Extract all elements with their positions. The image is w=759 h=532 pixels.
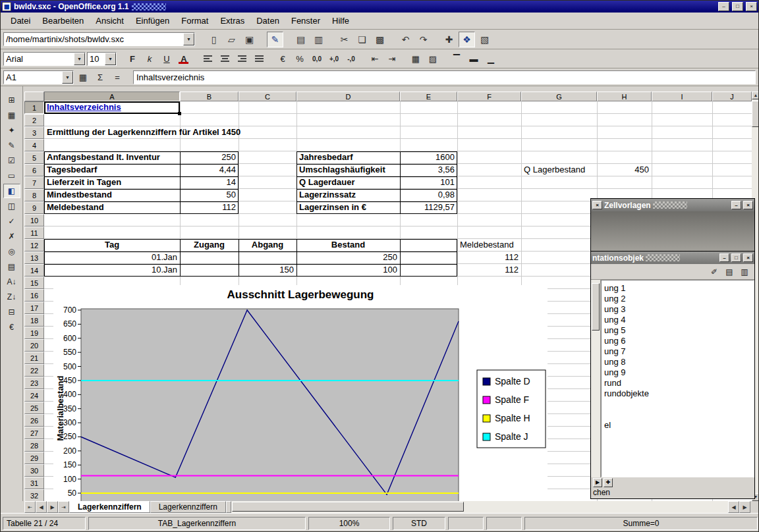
tab-splitter[interactable]: [226, 501, 231, 513]
row-header-5[interactable]: 5: [24, 151, 44, 164]
row-header-6[interactable]: 6: [24, 164, 44, 176]
row-header-15[interactable]: 15: [24, 277, 44, 289]
cell-F12[interactable]: Meldebestand: [457, 239, 521, 252]
cell-styles-titlebar[interactable]: × Zellvorlagen – ×: [591, 199, 754, 211]
menu-item-format[interactable]: Format: [175, 14, 214, 28]
row-header-24[interactable]: 24: [24, 389, 44, 402]
cut-icon[interactable]: ✂: [336, 32, 352, 47]
row-header-9[interactable]: 9: [24, 201, 44, 214]
row-header-28[interactable]: 28: [24, 439, 44, 452]
presentation-styles-titlebar[interactable]: ntationsobjek – □ ×: [591, 252, 754, 264]
sheet-tab-active[interactable]: Lagerkennziffern: [69, 501, 150, 513]
style-list-item[interactable]: ung 2: [604, 294, 754, 304]
bold-button[interactable]: F: [125, 51, 140, 66]
undo-icon[interactable]: ↶: [397, 32, 414, 47]
style-list-item[interactable]: ung 4: [604, 315, 754, 325]
number-format-standard-button[interactable]: 0,0: [309, 51, 325, 66]
delete-decimal-button[interactable]: -,0: [343, 51, 359, 66]
style-list-item[interactable]: rund: [604, 378, 754, 388]
font-size-dropdown[interactable]: ▼: [105, 53, 116, 65]
horizontal-scrollbar-thumb[interactable]: [232, 502, 464, 512]
column-header-J[interactable]: J: [712, 92, 752, 101]
scroll-up-icon[interactable]: ▲: [752, 92, 759, 99]
row-header-22[interactable]: 22: [24, 364, 44, 377]
fill-mode-icon[interactable]: ✐: [708, 265, 721, 278]
cell-reference-dropdown[interactable]: ▼: [62, 71, 73, 84]
menu-item-hilfe[interactable]: Hilfe: [326, 14, 355, 28]
spellcheck-icon[interactable]: ✓: [3, 214, 20, 228]
column-header-D[interactable]: D: [296, 92, 400, 101]
row-header-18[interactable]: 18: [24, 314, 44, 327]
style-list-item[interactable]: rundobjekte: [604, 388, 754, 399]
embedded-chart[interactable]: 7006506005505004504003503002502001501005…: [53, 285, 548, 501]
increase-indent-button[interactable]: ⇥: [384, 51, 400, 66]
form-controls-icon[interactable]: ☑: [3, 153, 20, 168]
previous-sheet-button[interactable]: ◀: [36, 501, 47, 513]
row-header-3[interactable]: 3: [24, 126, 44, 139]
status-sheet-name[interactable]: TAB_Lagerkennziffern: [88, 517, 306, 530]
row-header-10[interactable]: 10: [24, 214, 44, 226]
italic-button[interactable]: k: [142, 51, 157, 66]
paste-icon[interactable]: ▩: [372, 32, 388, 47]
row-header-1[interactable]: 1: [24, 101, 44, 114]
presentation-styles-window[interactable]: ntationsobjek – □ × ✐ ▤ ▥ ung 1ung 2ung …: [590, 251, 755, 499]
style-list-item[interactable]: ung 5: [604, 325, 754, 336]
number-format-currency-button[interactable]: €: [275, 51, 291, 66]
close-button[interactable]: ×: [746, 2, 757, 11]
function-button[interactable]: =: [109, 70, 125, 84]
new-document-icon[interactable]: ▯: [206, 32, 222, 47]
move-icon[interactable]: ✚: [604, 478, 613, 487]
column-header-I[interactable]: I: [652, 92, 712, 101]
find-replace-icon[interactable]: ◎: [3, 244, 20, 259]
column-header-E[interactable]: E: [400, 92, 457, 101]
styles-scrollbar[interactable]: [591, 280, 601, 477]
row-header-30[interactable]: 30: [24, 464, 44, 477]
sort-descending-icon[interactable]: Z↓: [3, 290, 20, 304]
menu-item-bearbeiten[interactable]: Bearbeiten: [36, 14, 90, 28]
row-header-25[interactable]: 25: [24, 402, 44, 414]
vertical-scrollbar-thumb[interactable]: [752, 101, 759, 127]
close-icon[interactable]: ×: [592, 201, 602, 209]
row-header-2[interactable]: 2: [24, 114, 44, 126]
style-list-item[interactable]: ung 1: [604, 283, 754, 294]
data-sources-icon[interactable]: ▤: [3, 259, 20, 274]
cell-F13[interactable]: 112: [457, 252, 521, 264]
font-color-button[interactable]: A: [176, 51, 192, 66]
sum-button[interactable]: Σ: [92, 70, 108, 84]
row-header-29[interactable]: 29: [24, 452, 44, 464]
gallery-icon[interactable]: ▧: [476, 32, 493, 47]
scroll-left-icon[interactable]: ◀: [728, 501, 739, 513]
align-center-button[interactable]: [217, 51, 233, 66]
autoformat-icon[interactable]: ▭: [3, 169, 20, 183]
titlebar[interactable]: ▦ bwldv.sxc - OpenOffice.org 1.1 – □ ×: [1, 1, 758, 13]
minimize-icon[interactable]: –: [731, 201, 741, 209]
menu-item-extras[interactable]: Extras: [214, 14, 250, 28]
formula-input[interactable]: [133, 70, 756, 84]
style-list-item[interactable]: ung 8: [604, 357, 754, 367]
stylist-icon[interactable]: ❖: [459, 32, 475, 47]
row-header-23[interactable]: 23: [24, 377, 44, 389]
show-draw-functions-icon[interactable]: ◧: [3, 184, 20, 198]
row-header-20[interactable]: 20: [24, 339, 44, 352]
font-name-input[interactable]: [4, 53, 74, 65]
status-zoom[interactable]: 100%: [308, 517, 390, 530]
navigator-icon[interactable]: ✚: [441, 32, 457, 47]
close-icon[interactable]: ×: [743, 253, 753, 262]
document-url-input[interactable]: [4, 34, 183, 45]
styles-scrollbar-thumb[interactable]: [592, 283, 600, 331]
update-style-icon[interactable]: ▥: [738, 265, 751, 278]
edit-file-icon[interactable]: ✎: [267, 32, 283, 47]
minimize-icon[interactable]: –: [719, 253, 729, 262]
align-bottom-button[interactable]: ▁: [483, 51, 499, 66]
row-header-17[interactable]: 17: [24, 302, 44, 314]
align-vcenter-button[interactable]: ▬: [466, 51, 482, 66]
maximize-button[interactable]: □: [732, 2, 743, 11]
column-header-H[interactable]: H: [597, 92, 652, 101]
align-right-button[interactable]: [234, 51, 250, 66]
sort-ascending-icon[interactable]: A↓: [3, 275, 20, 289]
scroll-right-icon[interactable]: ▶: [739, 501, 750, 513]
autospellcheck-icon[interactable]: ✗: [3, 229, 20, 244]
horizontal-scrollbar[interactable]: [231, 501, 728, 513]
row-header-31[interactable]: 31: [24, 477, 44, 489]
next-sheet-button[interactable]: ▶: [47, 501, 58, 513]
